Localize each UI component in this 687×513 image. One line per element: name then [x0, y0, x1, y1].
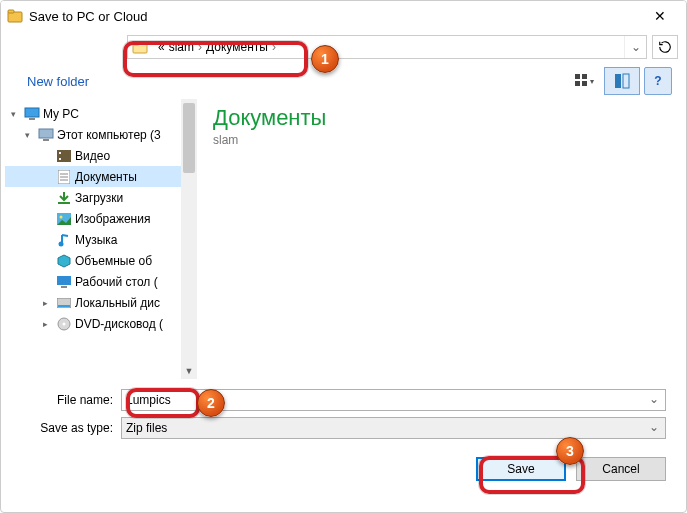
tree-item-desktop[interactable]: Рабочий стол ( [5, 271, 197, 292]
scroll-down-icon[interactable]: ▼ [181, 363, 197, 379]
folder-title: Документы [213, 105, 676, 131]
tree-item-music[interactable]: Музыка [5, 229, 197, 250]
tree-item-3d-objects[interactable]: Объемные об [5, 250, 197, 271]
music-icon [55, 233, 73, 247]
svg-rect-9 [623, 74, 629, 88]
svg-rect-25 [57, 276, 71, 285]
svg-rect-8 [615, 74, 621, 88]
address-bar[interactable]: « slam › Документы › ⌄ [127, 35, 647, 59]
drive-icon [55, 298, 73, 308]
tree-item-documents[interactable]: Документы [5, 166, 197, 187]
file-name-input[interactable]: Lumpics [121, 389, 666, 411]
svg-rect-4 [575, 74, 580, 79]
svg-rect-7 [582, 81, 587, 86]
tree-item-this-pc[interactable]: ▾ Этот компьютер (3 [5, 124, 197, 145]
folder-icon [128, 39, 152, 55]
document-icon [55, 170, 73, 184]
save-button[interactable]: Save [476, 457, 566, 481]
pc-icon [23, 107, 41, 121]
svg-rect-11 [29, 118, 35, 120]
scroll-thumb[interactable] [183, 103, 195, 173]
pc-icon [37, 128, 55, 142]
close-button[interactable]: ✕ [640, 1, 680, 31]
tree-item-downloads[interactable]: Загрузки [5, 187, 197, 208]
svg-rect-14 [57, 150, 71, 162]
svg-rect-5 [582, 74, 587, 79]
picture-icon [55, 213, 73, 225]
refresh-button[interactable] [652, 35, 678, 59]
view-preview-button[interactable] [604, 67, 640, 95]
svg-rect-1 [8, 10, 14, 13]
svg-rect-15 [59, 152, 61, 154]
app-icon [7, 8, 23, 24]
svg-rect-16 [59, 158, 61, 160]
save-type-label: Save as type: [21, 421, 121, 435]
tree-scrollbar[interactable]: ▲ ▼ [181, 99, 197, 379]
breadcrumb-item[interactable]: Документы [204, 40, 270, 54]
file-name-label: File name: [21, 393, 121, 407]
tree-item-pictures[interactable]: Изображения [5, 208, 197, 229]
breadcrumb[interactable]: « slam › Документы › [152, 40, 624, 54]
chevron-right-icon: › [196, 40, 204, 54]
tree-item-local-disk[interactable]: ▸Локальный дис [5, 292, 197, 313]
address-row: « slam › Документы › ⌄ [1, 31, 686, 63]
content-pane: Документы slam [197, 99, 686, 379]
tree-item-videos[interactable]: Видео [5, 145, 197, 166]
svg-point-24 [59, 241, 64, 246]
download-icon [55, 191, 73, 205]
titlebar: Save to PC or Cloud ✕ [1, 1, 686, 31]
svg-rect-10 [25, 108, 39, 117]
save-type-select[interactable]: Zip files [121, 417, 666, 439]
new-folder-link[interactable]: New folder [27, 74, 89, 89]
svg-rect-21 [58, 202, 70, 204]
desktop-icon [55, 276, 73, 288]
cancel-button[interactable]: Cancel [576, 457, 666, 481]
nav-tree[interactable]: ▾ My PC ▾ Этот компьютер (3 Видео Докуме… [1, 99, 197, 379]
svg-rect-26 [61, 286, 67, 288]
tree-item-dvd-drive[interactable]: ▸DVD-дисковод ( [5, 313, 197, 334]
expand-icon[interactable]: ▸ [43, 298, 55, 308]
svg-rect-3 [133, 42, 139, 45]
dvd-icon [55, 317, 73, 331]
address-dropdown[interactable]: ⌄ [624, 36, 646, 58]
view-tiles-button[interactable]: ▾ [566, 67, 602, 95]
svg-point-23 [60, 215, 63, 218]
folder-subtitle: slam [213, 133, 676, 147]
svg-point-30 [63, 322, 66, 325]
cube-icon [55, 254, 73, 268]
expand-icon[interactable]: ▸ [43, 319, 55, 329]
svg-rect-6 [575, 81, 580, 86]
breadcrumb-pre: « [156, 40, 167, 54]
svg-rect-28 [58, 305, 70, 307]
breadcrumb-item[interactable]: slam [167, 40, 196, 54]
expand-icon[interactable]: ▾ [25, 130, 37, 140]
toolbar: New folder ▾ ? [1, 63, 686, 99]
video-icon [55, 150, 73, 162]
window-title: Save to PC or Cloud [29, 9, 640, 24]
svg-rect-12 [39, 129, 53, 138]
expand-icon[interactable]: ▾ [11, 109, 23, 119]
tree-root[interactable]: ▾ My PC [5, 103, 197, 124]
bottom-form: File name: Lumpics Save as type: Zip fil… [1, 379, 686, 495]
file-name-value: Lumpics [126, 393, 171, 407]
svg-rect-13 [43, 139, 49, 141]
chevron-right-icon: › [270, 40, 278, 54]
help-button[interactable]: ? [644, 67, 672, 95]
save-type-value: Zip files [126, 421, 167, 435]
